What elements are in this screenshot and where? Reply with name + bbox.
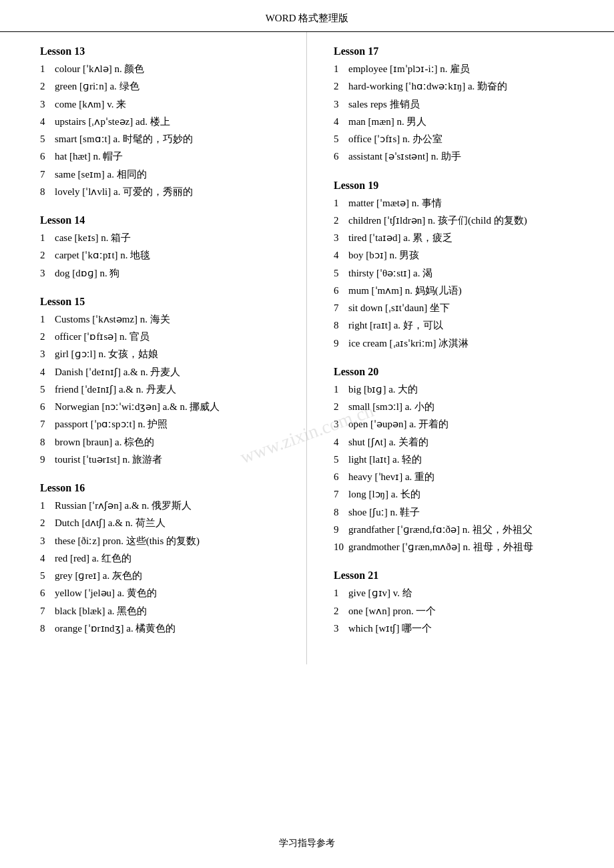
item-text: Dutch [dʌtʃ] a.& n. 荷兰人 bbox=[55, 515, 166, 531]
item-text: assistant [əˈsɪstənt] n. 助手 bbox=[348, 149, 461, 164]
vocab-item: 7black [blæk] a. 黑色的 bbox=[40, 604, 286, 619]
item-text: green [ɡriːn] a. 绿色 bbox=[55, 79, 139, 94]
item-number: 8 bbox=[40, 184, 52, 200]
item-text: same [seɪm] a. 相同的 bbox=[55, 167, 147, 182]
item-number: 10 bbox=[334, 539, 346, 555]
item-number: 1 bbox=[40, 498, 52, 513]
item-number: 2 bbox=[40, 515, 52, 531]
item-text: shoe [ʃuː] n. 鞋子 bbox=[348, 505, 420, 520]
vocab-item: 2children [ˈtʃɪldrən] n. 孩子们(child 的复数) bbox=[334, 213, 594, 228]
item-text: come [kʌm] v. 来 bbox=[55, 97, 126, 112]
item-text: boy [bɔɪ] n. 男孩 bbox=[348, 248, 420, 263]
item-text: right [raɪt] a. 好，可以 bbox=[348, 318, 443, 333]
lesson-block: Lesson 141case [keɪs] n. 箱子2carpet [ˈkɑː… bbox=[40, 214, 286, 281]
vocab-item: 8orange [ˈɒrɪndʒ] a. 橘黄色的 bbox=[40, 621, 286, 636]
lesson-title: Lesson 13 bbox=[40, 45, 286, 57]
item-number: 5 bbox=[40, 132, 52, 147]
item-number: 1 bbox=[334, 382, 346, 397]
vocab-item: 4man [mæn] n. 男人 bbox=[334, 114, 594, 130]
lesson-block: Lesson 151Customs [ˈkʌstəmz] n. 海关2offic… bbox=[40, 296, 286, 467]
item-text: lovely [ˈlʌvli] a. 可爱的，秀丽的 bbox=[55, 184, 193, 200]
item-text: orange [ˈɒrɪndʒ] a. 橘黄色的 bbox=[55, 621, 176, 636]
lesson-title: Lesson 20 bbox=[334, 366, 594, 378]
vocab-item: 2officer [ˈɒfɪsə] n. 官员 bbox=[40, 329, 286, 345]
item-text: black [blæk] a. 黑色的 bbox=[55, 604, 147, 619]
vocab-item: 4shut [ʃʌt] a. 关着的 bbox=[334, 435, 594, 450]
vocab-item: 3these [ðiːz] pron. 这些(this 的复数) bbox=[40, 533, 286, 549]
item-number: 2 bbox=[334, 399, 346, 415]
item-number: 1 bbox=[40, 312, 52, 327]
vocab-item: 8shoe [ʃuː] n. 鞋子 bbox=[334, 505, 594, 520]
item-text: light [laɪt] a. 轻的 bbox=[348, 452, 422, 467]
item-text: employee [ɪmˈplɔɪ-iː] n. 雇员 bbox=[348, 61, 470, 77]
vocab-item: 4upstairs [ˌʌpˈsteəz] ad. 楼上 bbox=[40, 114, 286, 130]
item-text: smart [smɑːt] a. 时髦的，巧妙的 bbox=[55, 132, 193, 147]
item-text: case [keɪs] n. 箱子 bbox=[55, 230, 131, 246]
vocab-item: 3open [ˈəupən] a. 开着的 bbox=[334, 417, 594, 432]
item-text: children [ˈtʃɪldrən] n. 孩子们(child 的复数) bbox=[348, 213, 527, 228]
item-number: 1 bbox=[334, 196, 346, 211]
vocab-item: 4boy [bɔɪ] n. 男孩 bbox=[334, 248, 594, 263]
page-footer: 学习指导参考 bbox=[0, 827, 614, 856]
item-text: long [lɔŋ] a. 长的 bbox=[348, 487, 420, 502]
item-number: 9 bbox=[334, 522, 346, 537]
vocab-item: 5grey [ɡreɪ] a. 灰色的 bbox=[40, 568, 286, 584]
item-number: 4 bbox=[334, 435, 346, 450]
item-text: brown [braun] a. 棕色的 bbox=[55, 435, 154, 450]
item-text: colour [ˈkʌlə] n. 颜色 bbox=[55, 61, 144, 77]
vocab-item: 4red [red] a. 红色的 bbox=[40, 551, 286, 566]
item-text: Norwegian [nɔːˈwiːdʒən] a.& n. 挪威人 bbox=[55, 399, 220, 415]
item-number: 1 bbox=[334, 61, 346, 77]
vocab-item: 2one [wʌn] pron. 一个 bbox=[334, 604, 594, 619]
lesson-block: Lesson 131colour [ˈkʌlə] n. 颜色2green [ɡr… bbox=[40, 45, 286, 200]
item-text: big [bɪɡ] a. 大的 bbox=[348, 382, 418, 397]
vocab-item: 2Dutch [dʌtʃ] a.& n. 荷兰人 bbox=[40, 515, 286, 531]
vocab-item: 3dog [dɒɡ] n. 狗 bbox=[40, 266, 286, 281]
item-text: tired [ˈtaɪəd] a. 累，疲乏 bbox=[348, 230, 452, 246]
vocab-item: 1case [keɪs] n. 箱子 bbox=[40, 230, 286, 246]
item-text: which [wɪtʃ] 哪一个 bbox=[348, 621, 432, 636]
item-text: man [mæn] n. 男人 bbox=[348, 114, 427, 130]
item-number: 2 bbox=[334, 79, 346, 94]
left-column: Lesson 131colour [ˈkʌlə] n. 颜色2green [ɡr… bbox=[0, 32, 307, 664]
vocab-item: 1give [ɡɪv] v. 给 bbox=[334, 586, 594, 601]
lesson-title: Lesson 21 bbox=[334, 570, 594, 582]
item-number: 1 bbox=[40, 230, 52, 246]
item-number: 7 bbox=[40, 167, 52, 182]
vocab-item: 8right [raɪt] a. 好，可以 bbox=[334, 318, 594, 333]
vocab-item: 6Norwegian [nɔːˈwiːdʒən] a.& n. 挪威人 bbox=[40, 399, 286, 415]
lesson-title: Lesson 17 bbox=[334, 45, 594, 57]
item-number: 5 bbox=[40, 382, 52, 397]
item-text: thirsty [ˈθəːstɪ] a. 渴 bbox=[348, 266, 432, 281]
item-text: grandmother [ˈɡræn,mʌðə] n. 祖母，外祖母 bbox=[348, 539, 533, 555]
vocab-item: 1big [bɪɡ] a. 大的 bbox=[334, 382, 594, 397]
item-number: 1 bbox=[334, 586, 346, 601]
item-number: 3 bbox=[334, 230, 346, 246]
item-number: 7 bbox=[40, 604, 52, 619]
vocab-item: 2green [ɡriːn] a. 绿色 bbox=[40, 79, 286, 94]
vocab-item: 3sales reps 推销员 bbox=[334, 97, 594, 112]
vocab-item: 3which [wɪtʃ] 哪一个 bbox=[334, 621, 594, 636]
vocab-item: 5smart [smɑːt] a. 时髦的，巧妙的 bbox=[40, 132, 286, 147]
vocab-item: 6hat [hæt] n. 帽子 bbox=[40, 149, 286, 164]
item-text: girl [ɡɔːl] n. 女孩，姑娘 bbox=[55, 347, 159, 362]
lesson-title: Lesson 14 bbox=[40, 214, 286, 226]
lesson-title: Lesson 19 bbox=[334, 180, 594, 192]
item-number: 3 bbox=[40, 97, 52, 112]
item-text: Danish [ˈdeɪnɪʃ] a.& n. 丹麦人 bbox=[55, 365, 180, 380]
vocab-item: 2hard-working [ˈhɑːdwəːkɪŋ] a. 勤奋的 bbox=[334, 79, 594, 94]
lesson-block: Lesson 171employee [ɪmˈplɔɪ-iː] n. 雇员2ha… bbox=[334, 45, 594, 165]
item-number: 4 bbox=[40, 365, 52, 380]
item-text: small [smɔːl] a. 小的 bbox=[348, 399, 434, 415]
item-number: 7 bbox=[40, 417, 52, 432]
item-text: one [wʌn] pron. 一个 bbox=[348, 604, 436, 619]
vocab-item: 1Customs [ˈkʌstəmz] n. 海关 bbox=[40, 312, 286, 327]
vocab-item: 1employee [ɪmˈplɔɪ-iː] n. 雇员 bbox=[334, 61, 594, 77]
item-text: give [ɡɪv] v. 给 bbox=[348, 586, 412, 601]
vocab-item: 1colour [ˈkʌlə] n. 颜色 bbox=[40, 61, 286, 77]
vocab-item: 1matter [ˈmætə] n. 事情 bbox=[334, 196, 594, 211]
item-text: passport [ˈpɑːspɔːt] n. 护照 bbox=[55, 417, 168, 432]
item-number: 8 bbox=[334, 505, 346, 520]
item-text: hard-working [ˈhɑːdwəːkɪŋ] a. 勤奋的 bbox=[348, 79, 507, 94]
item-text: matter [ˈmætə] n. 事情 bbox=[348, 196, 442, 211]
